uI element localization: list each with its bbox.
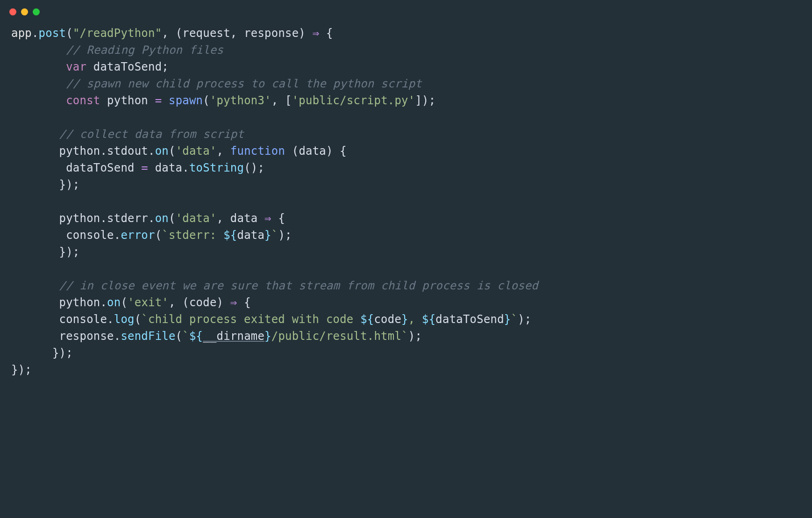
- maximize-icon[interactable]: [33, 8, 40, 15]
- code-window: app.post("/readPython", (request, respon…: [0, 0, 812, 518]
- code-line: // collect data from script: [11, 128, 244, 141]
- code-line: python.on('exit', (code) ⇒ {: [11, 296, 251, 309]
- code-line: // Reading Python files: [11, 43, 223, 57]
- code-line: python.stdout.on('data', function (data)…: [11, 144, 347, 158]
- code-line: dataToSend = data.toString();: [11, 161, 264, 174]
- titlebar: [0, 0, 812, 19]
- code-line: app.post("/readPython", (request, respon…: [11, 27, 333, 40]
- code-line: const python = spawn('python3', ['public…: [11, 94, 435, 107]
- code-line: python.stderr.on('data', data ⇒ {: [11, 212, 285, 225]
- code-line: var dataToSend;: [11, 60, 169, 73]
- code-line: console.error(`stderr: ${data}`);: [11, 229, 292, 242]
- code-line: response.sendFile(`${__dirname}/public/r…: [11, 330, 422, 343]
- minimize-icon[interactable]: [21, 8, 28, 15]
- code-line: // in close event we are sure that strea…: [11, 279, 538, 292]
- code-line: });: [11, 346, 73, 360]
- code-editor[interactable]: app.post("/readPython", (request, respon…: [0, 19, 812, 389]
- close-icon[interactable]: [9, 8, 16, 15]
- code-line: });: [11, 245, 80, 259]
- code-line: });: [11, 363, 32, 376]
- code-line: console.log(`child process exited with c…: [11, 313, 531, 326]
- code-line: // spawn new child process to call the p…: [11, 77, 422, 90]
- code-line: });: [11, 178, 80, 191]
